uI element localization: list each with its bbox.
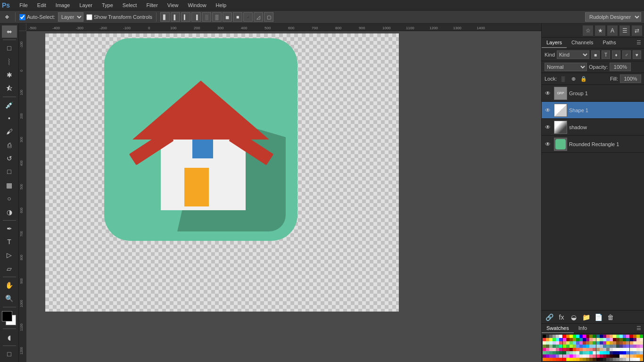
sw6-16[interactable] (593, 351, 596, 354)
pen-tool[interactable]: ✒ (2, 222, 17, 235)
sw3-8[interactable] (566, 341, 570, 345)
sw8-6[interactable] (559, 358, 562, 361)
sw3-4[interactable] (553, 341, 556, 345)
type-tool[interactable]: T (2, 236, 17, 248)
sw6-19[interactable] (603, 351, 606, 354)
sw4-15[interactable] (589, 345, 593, 348)
sw3-2[interactable] (546, 341, 549, 345)
sw5-23[interactable] (616, 348, 619, 351)
sw3-26[interactable] (626, 341, 629, 345)
tab-paths[interactable]: Paths (598, 38, 621, 48)
quick-select-tool[interactable]: ✱ (2, 69, 17, 81)
sw2-12[interactable] (579, 338, 583, 341)
sw8-28[interactable] (633, 358, 636, 361)
sw4-30[interactable] (640, 345, 643, 348)
sw5-6[interactable] (559, 348, 562, 351)
swatch-dkred2[interactable] (630, 335, 633, 338)
swatch-dkyellow[interactable] (636, 335, 640, 338)
sw5-24[interactable] (619, 348, 623, 351)
sw2-11[interactable] (576, 338, 579, 341)
swatch-dkgreen[interactable] (593, 335, 596, 338)
distribute-bottom-btn[interactable]: ◿ (254, 12, 263, 22)
swatch-gray1[interactable] (553, 335, 556, 338)
menu-edit[interactable]: Edit (35, 2, 48, 8)
sw2-25[interactable] (623, 338, 626, 341)
swatch-green2[interactable] (640, 335, 643, 338)
sw2-5[interactable] (556, 338, 559, 341)
sw4-23[interactable] (616, 345, 619, 348)
sw7-5[interactable] (556, 354, 559, 358)
marquee-tool[interactable]: □ (2, 42, 17, 54)
new-group-btn[interactable]: 📁 (581, 313, 591, 322)
auto-select-checkbox[interactable] (19, 14, 25, 20)
layer-vis-rr[interactable]: 👁 (544, 140, 552, 148)
eraser-tool[interactable]: □ (2, 165, 17, 178)
sw3-27[interactable] (630, 341, 633, 345)
blur-tool[interactable]: ○ (2, 192, 17, 205)
sw6-10[interactable] (573, 351, 576, 354)
sw5-14[interactable] (586, 348, 589, 351)
sw5-21[interactable] (610, 348, 613, 351)
sw3-29[interactable] (636, 341, 640, 345)
sw5-1[interactable] (543, 348, 546, 351)
align-center-v-btn[interactable]: ░ (202, 12, 211, 22)
sw3-28[interactable] (633, 341, 636, 345)
sw6-29[interactable] (636, 351, 640, 354)
sw8-26[interactable] (626, 358, 629, 361)
sw6-12[interactable] (579, 351, 583, 354)
lock-pixels-btn[interactable]: ░ (559, 74, 567, 83)
menu-filter[interactable]: Filter (144, 2, 159, 8)
healing-tool[interactable]: • (2, 112, 17, 124)
hand-tool[interactable]: ✋ (2, 279, 17, 291)
sw7-21[interactable] (610, 354, 613, 358)
menu-select[interactable]: Select (121, 2, 139, 8)
sw7-25[interactable] (623, 354, 626, 358)
sw5-5[interactable] (556, 348, 559, 351)
sw7-7[interactable] (563, 354, 566, 358)
shape-tool[interactable]: ▱ (2, 263, 17, 275)
swatches-menu[interactable]: ☰ (634, 324, 644, 333)
sw4-2[interactable] (546, 345, 549, 348)
swatch-magenta[interactable] (583, 335, 586, 338)
sw8-12[interactable] (579, 358, 583, 361)
new-layer-btn[interactable]: 📄 (594, 313, 603, 322)
sw6-2[interactable] (546, 351, 549, 354)
swatch-olive[interactable] (589, 335, 593, 338)
sw2-19[interactable] (603, 338, 606, 341)
sw7-26[interactable] (626, 354, 629, 358)
sw3-11[interactable] (576, 341, 579, 345)
sw2-30[interactable] (640, 338, 643, 341)
crop-tool[interactable]: ⯪ (2, 82, 17, 94)
sw4-12[interactable] (579, 345, 583, 348)
opacity-input[interactable] (610, 63, 631, 71)
sw7-16[interactable] (593, 354, 596, 358)
sw5-22[interactable] (613, 348, 616, 351)
sw2-24[interactable] (619, 338, 623, 341)
sw7-30[interactable] (640, 354, 643, 358)
sw5-28[interactable] (633, 348, 636, 351)
sw8-25[interactable] (623, 358, 626, 361)
swatch-green[interactable] (573, 335, 576, 338)
sw6-26[interactable] (626, 351, 629, 354)
swatch-orange[interactable] (566, 335, 570, 338)
sw2-18[interactable] (600, 338, 603, 341)
sw7-29[interactable] (636, 354, 640, 358)
sw4-9[interactable] (570, 345, 573, 348)
sw3-7[interactable] (563, 341, 566, 345)
sw7-11[interactable] (576, 354, 579, 358)
layer-row-shadow[interactable]: 👁 shadow (542, 119, 644, 136)
sw4-20[interactable] (606, 345, 610, 348)
sw7-1[interactable] (543, 354, 546, 358)
sw4-26[interactable] (626, 345, 629, 348)
sw5-3[interactable] (549, 348, 553, 351)
sw3-20[interactable] (606, 341, 610, 345)
sw3-9[interactable] (570, 341, 573, 345)
sw7-8[interactable] (566, 354, 570, 358)
sw3-18[interactable] (600, 341, 603, 345)
sw4-27[interactable] (630, 345, 633, 348)
sw6-24[interactable] (619, 351, 623, 354)
sw2-4[interactable] (553, 338, 556, 341)
filter-icon-3[interactable]: ♦ (612, 50, 620, 59)
sw6-15[interactable] (589, 351, 593, 354)
sw4-14[interactable] (586, 345, 589, 348)
